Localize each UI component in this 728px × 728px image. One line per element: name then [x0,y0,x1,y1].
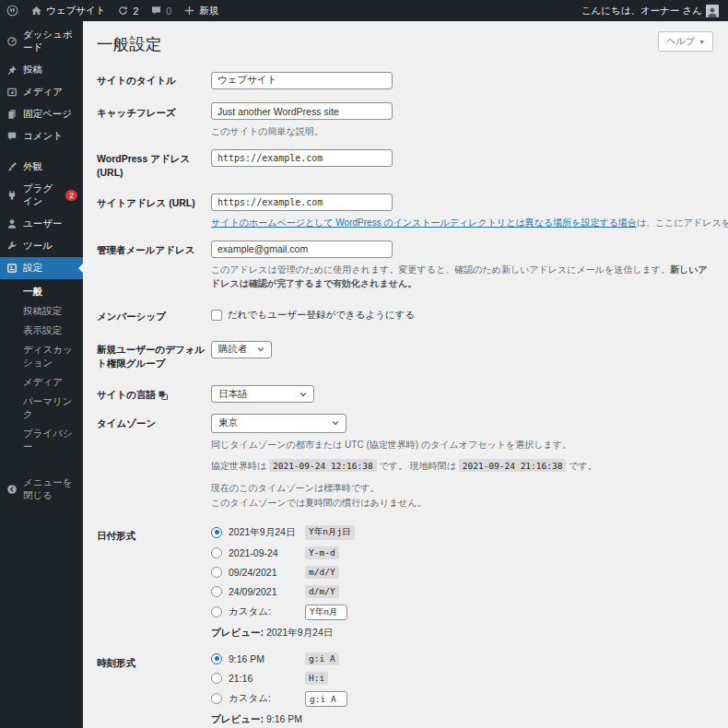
default-role-label: 新規ユーザーのデフォルト権限グループ [97,339,211,370]
wordpress-logo-button[interactable] [6,5,18,17]
timezone-utc-line: 協定世界時は 2021-09-24 12:16:38 です。 現地時間は 202… [211,459,713,473]
admin-email-label: 管理者メールアドレス [97,240,211,257]
settings-icon [6,263,18,274]
default-role-select[interactable]: 購読者 [211,341,272,358]
wp-url-input[interactable] [211,149,393,167]
wp-url-label: WordPress アドレス (URL) [97,148,211,180]
date-format-option: 2021年9月24日 Y年n月j日 [211,525,713,540]
sidebar-item-plugins[interactable]: プラグイン 2 [0,178,83,213]
sidebar-item-users[interactable]: ユーザー [0,213,83,235]
time-format-option: 9:16 PM g:i A [211,652,713,665]
collapse-menu-button[interactable]: メニューを閉じる [0,472,83,507]
avatar [706,5,719,18]
language-select[interactable]: 日本語 [211,385,314,403]
brush-icon [6,161,18,172]
utc-time-value: 2021-09-24 12:16:38 [269,459,377,472]
site-url-description: サイトのホームページとして WordPress のインストールディレクトリとは異… [211,216,713,229]
date-format-custom-radio[interactable] [211,606,222,617]
plus-icon [183,5,195,17]
sidebar-item-settings[interactable]: 設定 [0,257,83,279]
main-content: ヘルプ ▼ 一般設定 サイトのタイトル キャッチフレーズ このサイトの簡単な説明… [83,21,728,728]
submenu-item-writing[interactable]: 投稿設定 [0,301,83,321]
chevron-down-icon [299,391,307,398]
date-format-preview: プレビュー: 2021年9月24日 [211,627,713,640]
sidebar-item-pages[interactable]: 固定ページ [0,103,83,125]
tagline-description: このサイトの簡単な説明。 [211,124,713,138]
page-title: 一般設定 [97,33,713,55]
chevron-down-icon: ▼ [699,39,705,45]
comments-icon [6,131,18,142]
sidebar-item-tools[interactable]: ツール [0,235,83,257]
admin-sidebar: ダッシュボード 投稿 メディア 固定ページ コメント 外観 プラグイン 2 [0,21,83,728]
comments-count: 0 [166,6,171,17]
date-format-option: 24/09/2021 d/m/Y [211,585,713,598]
site-url-label: サイトアドレス (URL) [97,193,211,210]
submenu-item-media[interactable]: メディア [0,372,83,392]
updates-button[interactable]: 2 [117,5,138,17]
settings-submenu: 一般 投稿設定 表示設定 ディスカッション メディア パーマリンク プライバシー [0,279,83,463]
tagline-input[interactable] [211,102,393,120]
new-label: 新規 [199,5,218,18]
date-format-radio[interactable] [211,527,222,538]
time-format-label: 時刻形式 [97,652,211,670]
submenu-item-general[interactable]: 一般 [0,282,83,301]
time-format-radio[interactable] [211,673,222,684]
submenu-item-reading[interactable]: 表示設定 [0,321,83,340]
pushpin-icon [6,65,18,76]
date-format-radio[interactable] [211,586,222,597]
date-format-radio[interactable] [211,567,222,578]
timezone-standard-time-note: 現在のこのタイムゾーンは標準時です。 [211,481,713,495]
sidebar-item-dashboard[interactable]: ダッシュボード [0,24,83,59]
site-title-input[interactable] [211,72,393,89]
comments-button[interactable]: 0 [150,5,171,17]
timezone-label: タイムゾーン [97,413,211,430]
local-time-value: 2021-09-24 21:16:38 [459,459,567,472]
visit-site-button[interactable]: ウェブサイト [30,5,105,18]
time-format-custom-radio[interactable] [211,693,222,704]
chevron-down-icon [332,419,339,427]
date-format-radio[interactable] [211,547,222,558]
site-url-help-link[interactable]: サイトのホームページとして WordPress のインストールディレクトリとは異… [211,217,637,228]
time-format-option: 21:16 H:i [211,672,713,685]
date-format-custom-input[interactable] [305,605,347,620]
timezone-description: 同じタイムゾーンの都市または UTC (協定世界時) のタイムオフセットを選択し… [211,438,713,452]
home-icon [30,5,42,17]
time-format-custom-input[interactable] [305,691,347,707]
language-label: サイトの言語 [97,384,211,402]
my-account-button[interactable]: こんにちは、オーナー さん [581,5,719,18]
collapse-arrow-icon [6,484,18,495]
date-format-custom-option: カスタム: [211,605,713,620]
submenu-item-privacy[interactable]: プライバシー [0,424,83,456]
plugin-update-badge: 2 [65,190,77,202]
time-format-radio[interactable] [211,653,222,664]
sidebar-item-comments[interactable]: コメント [0,125,83,147]
menu-separator [0,147,83,156]
admin-email-input[interactable] [211,241,393,258]
sidebar-item-media[interactable]: メディア [0,81,83,103]
comment-bubble-icon [150,5,162,17]
site-title-label: サイトのタイトル [97,70,211,88]
chevron-down-icon [257,346,264,353]
membership-label: メンバーシップ [97,306,211,323]
time-format-preview: プレビュー: 9:16 PM [211,713,713,726]
membership-checkbox[interactable] [211,310,222,321]
help-button[interactable]: ヘルプ ▼ [658,31,713,52]
submenu-item-permalink[interactable]: パーマリンク [0,392,83,424]
translation-icon [159,391,168,400]
sidebar-item-posts[interactable]: 投稿 [0,59,83,81]
tagline-label: キャッチフレーズ [97,102,211,120]
membership-checkbox-label: だれでもユーザー登録ができるようにする [228,309,415,322]
submenu-item-discussion[interactable]: ディスカッション [0,340,83,372]
timezone-dst-note: このタイムゾーンでは夏時間の慣行はありません。 [211,496,713,510]
date-format-label: 日付形式 [97,525,211,543]
site-url-input[interactable] [211,194,393,211]
wordpress-logo-icon [6,5,18,17]
date-format-option: 09/24/2021 m/d/Y [211,566,713,579]
dashboard-icon [6,36,18,47]
admin-email-description: このアドレスは管理のために使用されます。変更すると、確認のため新しいアドレスにメ… [211,263,713,290]
sidebar-item-appearance[interactable]: 外観 [0,156,83,178]
timezone-select[interactable]: 東京 [211,414,346,433]
users-icon [6,218,18,229]
media-icon [6,87,18,98]
new-content-button[interactable]: 新規 [183,5,218,18]
